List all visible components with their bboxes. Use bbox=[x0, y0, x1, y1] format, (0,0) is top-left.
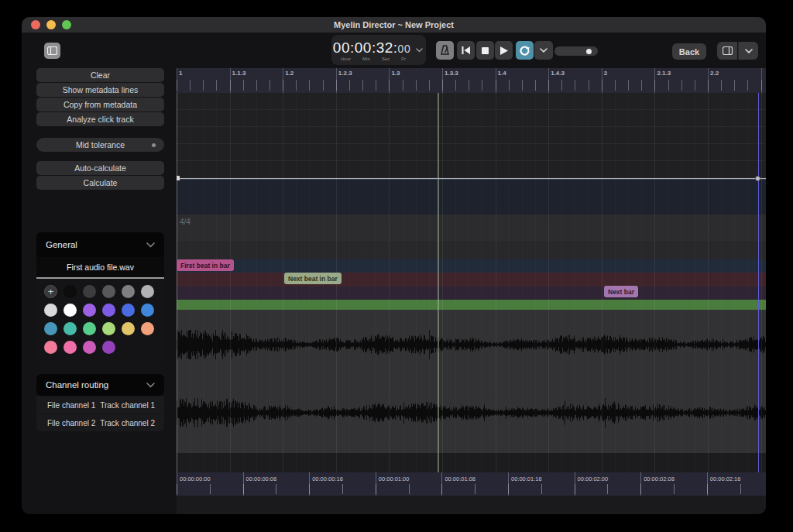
color-swatch[interactable] bbox=[83, 341, 96, 354]
app-window: Myelin Director ~ New Project 00:00:32:0… bbox=[22, 17, 766, 514]
metronome-icon bbox=[440, 45, 450, 56]
timecode-ruler-label: 00:00:02:08 bbox=[644, 475, 675, 482]
mid-tolerance-control[interactable]: Mid tolerance bbox=[36, 138, 164, 152]
sidebar-toggle-button[interactable] bbox=[44, 43, 60, 59]
time-signature-label: 4/4 bbox=[180, 218, 191, 226]
bar-ruler-label: 1.4.3 bbox=[551, 70, 565, 77]
color-swatch[interactable] bbox=[83, 322, 96, 335]
color-swatch[interactable] bbox=[122, 322, 135, 335]
playhead[interactable] bbox=[758, 93, 760, 472]
color-swatch[interactable] bbox=[122, 285, 135, 298]
right-panel-toggle-button[interactable] bbox=[717, 42, 737, 60]
color-swatch[interactable] bbox=[102, 285, 115, 298]
tempo-curve-start-handle[interactable] bbox=[177, 176, 180, 180]
track-channel-value[interactable]: Track channel 1 bbox=[100, 401, 155, 410]
stop-icon bbox=[482, 47, 489, 54]
stop-button[interactable] bbox=[476, 41, 494, 60]
back-button[interactable]: Back bbox=[672, 43, 706, 60]
bar-marker-lane[interactable] bbox=[177, 287, 766, 300]
marker-first-beat-in-bar[interactable]: First beat in bar bbox=[177, 259, 234, 271]
playback-slider[interactable] bbox=[554, 46, 598, 56]
marker-next-bar[interactable]: Next bar bbox=[604, 286, 638, 297]
timecode-ruler[interactable]: 00:00:00:00 00:00:00:08 00:00:00:16 00:0… bbox=[177, 472, 766, 496]
skip-to-start-button[interactable] bbox=[457, 41, 475, 60]
beat-marker-lane-1[interactable] bbox=[177, 259, 766, 273]
color-swatch[interactable] bbox=[141, 285, 154, 298]
color-swatch[interactable] bbox=[44, 304, 57, 317]
sidebar-right-icon bbox=[723, 46, 733, 55]
chevron-down-icon bbox=[745, 49, 753, 53]
first-beat-gridline bbox=[177, 93, 177, 472]
color-swatch[interactable] bbox=[64, 304, 77, 317]
waveform-track-1[interactable] bbox=[177, 329, 766, 360]
metronome-button[interactable] bbox=[436, 41, 454, 60]
color-swatch[interactable] bbox=[64, 285, 77, 298]
add-color-button[interactable]: + bbox=[44, 285, 57, 298]
general-panel-title: General bbox=[46, 240, 77, 249]
beat-marker-lane-2[interactable] bbox=[177, 273, 766, 287]
channel-routing-panel: Channel routing File channel 1 Track cha… bbox=[36, 374, 164, 431]
timecode-dropdown-chevron-icon[interactable] bbox=[412, 35, 426, 65]
auto-calculate-button[interactable]: Auto-calculate bbox=[36, 161, 164, 175]
bar-ruler-label: 1 bbox=[179, 70, 182, 77]
color-swatch[interactable] bbox=[64, 341, 77, 354]
mid-tolerance-label: Mid tolerance bbox=[76, 140, 125, 149]
timecode-ruler-label: 00:00:01:16 bbox=[511, 475, 542, 482]
color-swatch[interactable] bbox=[141, 304, 154, 317]
track-channel-value[interactable]: Track channel 2 bbox=[100, 419, 155, 427]
audio-file-name[interactable]: First audio file.wav bbox=[36, 257, 164, 277]
audio-tracks[interactable] bbox=[177, 310, 766, 453]
file-channel-label: File channel 1 bbox=[47, 401, 95, 410]
color-swatch[interactable] bbox=[122, 304, 135, 317]
color-swatch[interactable] bbox=[44, 341, 57, 354]
right-panel-chevron-button[interactable] bbox=[738, 42, 758, 60]
loop-options-chevron-button[interactable] bbox=[534, 41, 553, 60]
sidebar-actions: Clear Show metadata lines Copy from meta… bbox=[36, 68, 164, 127]
show-metadata-lines-button[interactable]: Show metadata lines bbox=[36, 83, 164, 97]
color-swatch[interactable] bbox=[141, 322, 154, 335]
calculate-button[interactable]: Calculate bbox=[36, 176, 164, 190]
color-swatch[interactable] bbox=[83, 285, 96, 298]
tempo-lane[interactable] bbox=[177, 179, 766, 215]
waveform-track-2[interactable] bbox=[177, 397, 766, 428]
loop-mode-button[interactable] bbox=[516, 41, 534, 60]
analyze-click-track-button[interactable]: Analyze click track bbox=[36, 112, 164, 126]
color-swatch[interactable] bbox=[64, 322, 77, 335]
timecode-ruler-label: 00:00:01:00 bbox=[379, 475, 410, 482]
metadata-lanes[interactable] bbox=[177, 93, 766, 178]
timecode-display[interactable]: 00:00:32:00 HourMinSecFr bbox=[331, 35, 426, 65]
marker-label: Next bar bbox=[608, 288, 634, 296]
sidebar-tolerance: Mid tolerance bbox=[36, 138, 164, 153]
chevron-down-icon[interactable] bbox=[146, 242, 155, 248]
bar-ruler-label: 1.1.3 bbox=[232, 70, 246, 77]
skip-to-start-icon bbox=[462, 46, 471, 54]
play-icon bbox=[500, 46, 508, 55]
loop-icon bbox=[520, 46, 530, 56]
timecode-ruler-label: 00:00:00:08 bbox=[246, 475, 277, 482]
timeline-area[interactable]: 1 1.1.3 1.2 1.2.3 1.3 1.3.3 1.4 1.4.3 2 … bbox=[177, 68, 766, 514]
bar-ruler-minor-ticks bbox=[177, 80, 766, 91]
next-beat-gridline bbox=[438, 93, 439, 472]
slider-thumb[interactable] bbox=[586, 49, 592, 54]
play-button[interactable] bbox=[495, 41, 513, 60]
color-swatch[interactable] bbox=[44, 322, 57, 335]
time-signature-lane[interactable]: 4/4 bbox=[177, 215, 766, 259]
window-title: Myelin Director ~ New Project bbox=[22, 20, 766, 29]
copy-from-metadata-button[interactable]: Copy from metadata bbox=[36, 98, 164, 112]
chevron-down-icon bbox=[540, 48, 548, 53]
clear-button[interactable]: Clear bbox=[36, 68, 164, 82]
channel-routing-row[interactable]: File channel 1 Track channel 1 bbox=[36, 396, 164, 414]
tempo-curve-line[interactable] bbox=[177, 178, 766, 180]
marker-next-beat-in-bar[interactable]: Next beat in bar bbox=[284, 273, 342, 284]
color-swatch[interactable] bbox=[102, 304, 115, 317]
bar-range-lane[interactable] bbox=[177, 300, 766, 310]
color-swatch[interactable] bbox=[102, 341, 115, 354]
color-swatch[interactable] bbox=[102, 322, 115, 335]
channel-routing-row[interactable]: File channel 2 Track channel 2 bbox=[36, 414, 164, 431]
bar-ruler[interactable]: 1 1.1.3 1.2 1.2.3 1.3 1.3.3 1.4 1.4.3 2 … bbox=[177, 68, 766, 93]
color-swatch[interactable] bbox=[83, 304, 96, 317]
general-panel-header[interactable]: General bbox=[36, 232, 164, 257]
chevron-down-icon[interactable] bbox=[146, 383, 155, 388]
channel-routing-header[interactable]: Channel routing bbox=[36, 374, 164, 396]
tempo-point-handle[interactable] bbox=[755, 176, 760, 181]
